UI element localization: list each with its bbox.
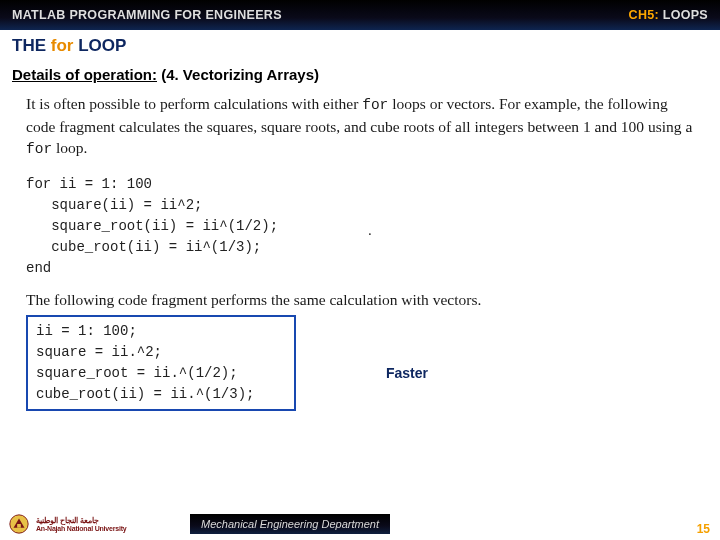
content-area: It is often possible to perform calculat…	[0, 87, 720, 411]
code-vectorized: ii = 1: 100; square = ii.^2; square_root…	[26, 315, 296, 411]
para1-text-c: loop.	[52, 139, 87, 156]
slide-subtitle: Details of operation: (4. Vectorizing Ar…	[0, 60, 720, 87]
university-logo-area: جامعة النجاح الوطنية An-Najah National U…	[0, 513, 200, 535]
paragraph-2: The following code fragment performs the…	[26, 291, 694, 309]
university-logo-icon	[8, 513, 30, 535]
footer: جامعة النجاح الوطنية An-Najah National U…	[0, 508, 720, 540]
paragraph-1: It is often possible to perform calculat…	[26, 93, 694, 160]
page-number: 15	[697, 522, 710, 536]
university-name-en: An-Najah National University	[36, 525, 126, 532]
code-for-loop: for ii = 1: 100 square(ii) = ii^2; squar…	[26, 168, 694, 281]
course-title: MATLAB PROGRAMMING FOR ENGINEERS	[12, 8, 282, 22]
university-text: جامعة النجاح الوطنية An-Najah National U…	[36, 517, 126, 532]
title-prefix: THE	[12, 36, 51, 55]
chapter-number: CH5:	[629, 8, 659, 22]
stray-period: .	[368, 222, 372, 239]
svg-rect-1	[17, 524, 21, 528]
para1-code-for-1: for	[362, 97, 388, 113]
subtitle-rest: (4. Vectorizing Arrays)	[157, 66, 319, 83]
para1-text-a: It is often possible to perform calculat…	[26, 95, 362, 112]
university-name-ar: جامعة النجاح الوطنية	[36, 517, 126, 525]
title-for-keyword: for	[51, 36, 74, 55]
para1-code-for-2: for	[26, 141, 52, 157]
subtitle-label: Details of operation:	[12, 66, 157, 83]
chapter-name: LOOPS	[659, 8, 708, 22]
title-suffix: LOOP	[73, 36, 126, 55]
vector-code-area: ii = 1: 100; square = ii.^2; square_root…	[26, 315, 694, 411]
department-bar: Mechanical Engineering Department	[190, 514, 390, 534]
chapter-label: CH5: LOOPS	[629, 8, 708, 22]
slide-title: THE for LOOP	[0, 30, 720, 60]
faster-label: Faster	[386, 365, 428, 381]
header-bar: MATLAB PROGRAMMING FOR ENGINEERS CH5: LO…	[0, 0, 720, 30]
